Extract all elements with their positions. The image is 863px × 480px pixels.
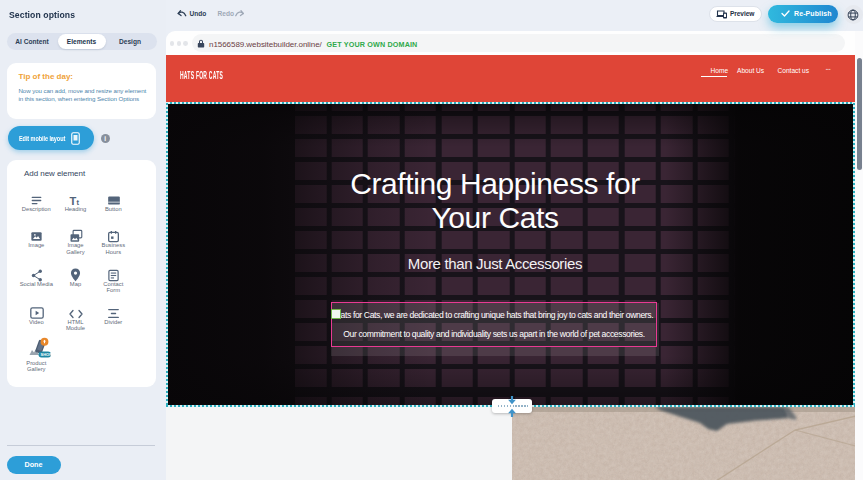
svg-text:T: T <box>70 194 77 206</box>
svg-text:SHOP: SHOP <box>41 352 53 357</box>
